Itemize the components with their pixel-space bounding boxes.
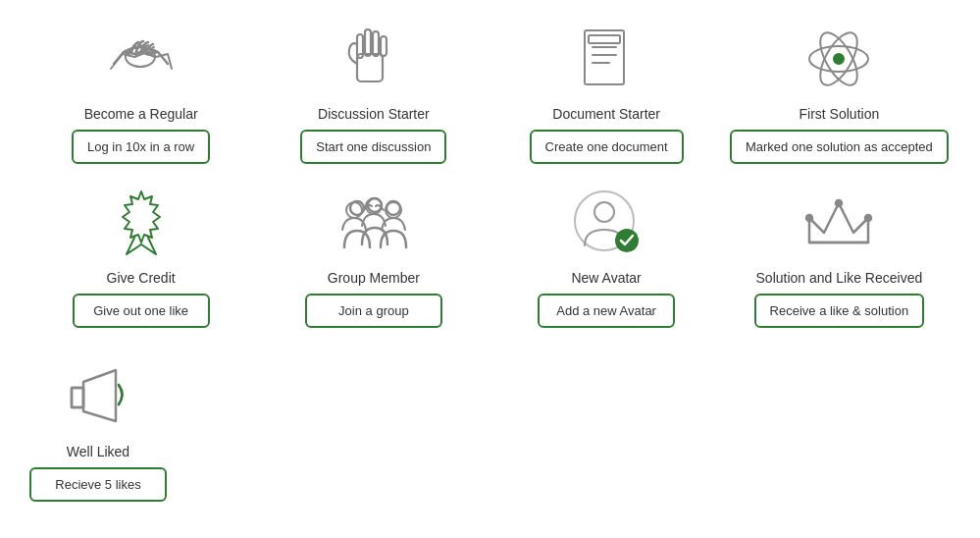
achievement-give-credit: Give Credit Give out one like bbox=[29, 184, 252, 328]
achievements-grid: Become a Regular Log in 10x in a row Dis… bbox=[0, 0, 980, 348]
achievement-title-solution-like: Solution and Like Received bbox=[756, 270, 923, 286]
svg-rect-4 bbox=[373, 31, 379, 56]
ribbon-icon bbox=[102, 184, 181, 262]
bottom-achievements-row: Well Liked Recieve 5 likes bbox=[0, 348, 980, 511]
achievement-badge-new-avatar: Add a new Avatar bbox=[538, 294, 675, 328]
handshake-icon bbox=[102, 20, 181, 98]
achievement-become-regular: Become a Regular Log in 10x in a row bbox=[29, 20, 252, 164]
achievement-badge-discussion-starter: Start one discussion bbox=[300, 130, 446, 164]
document-icon bbox=[567, 20, 645, 98]
achievement-first-solution: First Solution Marked one solution as ac… bbox=[728, 20, 951, 164]
achievement-badge-group-member: Join a group bbox=[305, 294, 442, 328]
achievement-badge-document-starter: Create one document bbox=[530, 130, 684, 164]
achievement-solution-like: Solution and Like Received Receive a lik… bbox=[728, 184, 951, 328]
achievement-title-new-avatar: New Avatar bbox=[571, 270, 641, 286]
achievement-title-first-solution: First Solution bbox=[799, 106, 880, 122]
achievement-badge-solution-like: Receive a like & solution bbox=[754, 294, 925, 328]
achievement-title-document-starter: Document Starter bbox=[552, 106, 660, 122]
achievement-discussion-starter: Discussion Starter Start one discussion bbox=[262, 20, 485, 164]
megaphone-icon bbox=[59, 357, 137, 436]
achievement-title-discussion-starter: Discussion Starter bbox=[318, 106, 430, 122]
achievement-well-liked: Well Liked Recieve 5 likes bbox=[29, 357, 167, 502]
svg-point-19 bbox=[387, 201, 400, 215]
svg-rect-6 bbox=[585, 30, 624, 84]
achievement-badge-well-liked: Recieve 5 likes bbox=[29, 467, 167, 502]
group-icon bbox=[335, 184, 413, 262]
svg-point-22 bbox=[594, 202, 614, 222]
svg-point-27 bbox=[865, 215, 871, 221]
achievement-badge-give-credit: Give out one like bbox=[73, 294, 210, 328]
achievement-title-well-liked: Well Liked bbox=[67, 444, 129, 459]
achievement-title-become-regular: Become a Regular bbox=[84, 106, 198, 122]
svg-rect-28 bbox=[72, 388, 83, 407]
svg-point-25 bbox=[806, 215, 812, 221]
achievement-badge-first-solution: Marked one solution as accepted bbox=[730, 130, 949, 164]
achievement-title-give-credit: Give Credit bbox=[107, 270, 176, 286]
svg-point-26 bbox=[836, 200, 842, 206]
avatar-icon bbox=[567, 184, 645, 262]
achievement-group-member: Group Member Join a group bbox=[262, 184, 485, 328]
svg-rect-3 bbox=[365, 29, 371, 56]
achievement-title-group-member: Group Member bbox=[328, 270, 420, 286]
atom-icon bbox=[799, 20, 878, 98]
crown-icon bbox=[799, 184, 878, 262]
achievement-new-avatar: New Avatar Add a new Avatar bbox=[495, 184, 718, 328]
svg-point-14 bbox=[834, 54, 844, 64]
achievement-document-starter: Document Starter Create one document bbox=[495, 20, 718, 164]
hand-icon bbox=[335, 20, 413, 98]
svg-rect-5 bbox=[381, 36, 387, 56]
svg-rect-10 bbox=[589, 35, 620, 43]
achievement-badge-become-regular: Log in 10x in a row bbox=[72, 130, 210, 164]
